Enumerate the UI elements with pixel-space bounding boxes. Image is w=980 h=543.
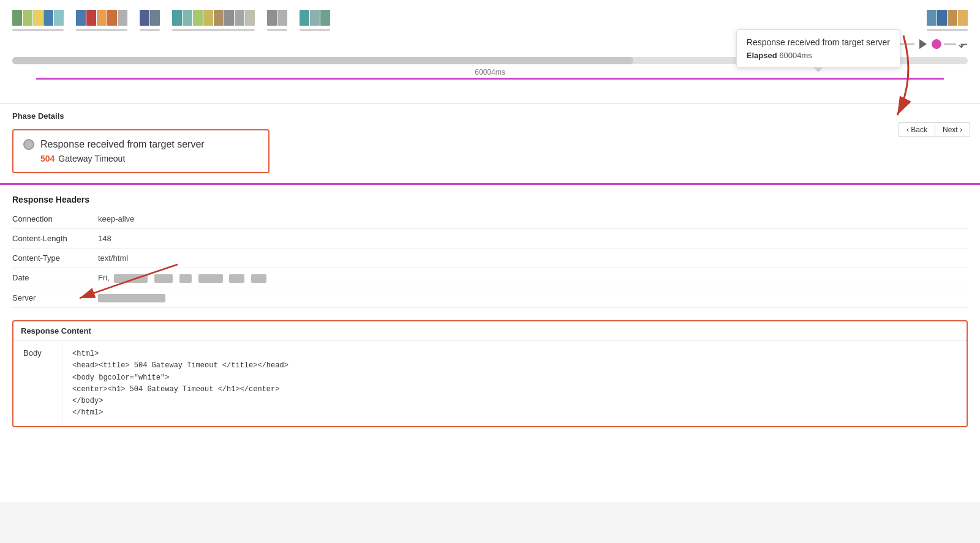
color-tile: [97, 10, 107, 26]
color-tile: [76, 10, 86, 26]
color-tile: [214, 10, 224, 26]
color-tile: [150, 10, 160, 26]
color-tile: [235, 10, 244, 26]
phase-box: Response received from target server 504…: [12, 129, 270, 173]
timeline-area: AX JS ⬐ Response received from target se…: [0, 0, 980, 104]
response-headers-title: Response Headers: [12, 195, 968, 204]
active-node-circle: [932, 39, 941, 49]
color-tile: [958, 10, 968, 26]
header-key: Content-Type: [12, 249, 98, 268]
color-tile: [193, 10, 203, 26]
header-key: Date: [12, 268, 98, 288]
color-tile: [107, 10, 117, 26]
response-content-body: Body <html> <head><title> 504 Gateway Ti…: [13, 341, 967, 426]
phase-details-heading: Phase Details: [12, 111, 968, 123]
color-bar: [76, 29, 127, 31]
play-icon: [919, 39, 927, 49]
color-tile: [23, 10, 32, 26]
color-tile: [140, 10, 149, 26]
redacted-block: [229, 274, 244, 283]
node-connector: [944, 43, 956, 45]
scrubber-fill: [12, 57, 633, 64]
time-label: 60004ms: [12, 67, 968, 78]
color-tile: [927, 10, 937, 26]
tooltip-popup: Response received from target server Ela…: [736, 29, 900, 68]
header-value: Fri,: [98, 268, 968, 288]
color-group-3: [140, 10, 160, 31]
color-tile: [937, 10, 947, 26]
back-button[interactable]: ‹ Back: [899, 122, 935, 137]
header-value: keep-alive: [98, 209, 968, 229]
phase-status-icon: [23, 139, 34, 150]
color-bar: [267, 29, 287, 31]
next-button[interactable]: Next ›: [935, 122, 970, 137]
color-group-1: [12, 10, 64, 31]
header-key: Connection: [12, 209, 98, 229]
table-row: Content-Type text/html: [12, 249, 968, 268]
color-tile: [118, 10, 127, 26]
redacted-block: [198, 274, 223, 283]
color-tile: [948, 10, 957, 26]
color-tile: [183, 10, 192, 26]
tooltip-elapsed: Elapsed 60004ms: [747, 51, 890, 60]
color-tile: [86, 10, 96, 26]
color-tile: [54, 10, 64, 26]
header-value: [98, 288, 968, 308]
redacted-block: [98, 294, 165, 302]
color-group-4: [172, 10, 255, 31]
color-group-6: [300, 10, 330, 31]
status-code: 504: [40, 154, 55, 163]
color-tile: [267, 10, 277, 26]
response-code: <html> <head><title> 504 Gateway Timeout…: [62, 341, 298, 426]
color-tile: [224, 10, 234, 26]
color-group-2: [76, 10, 127, 31]
nav-buttons: ‹ Back Next ›: [899, 122, 970, 137]
color-bar: [300, 29, 330, 31]
pink-progress-bar: [36, 78, 944, 80]
redacted-block: [114, 274, 148, 283]
header-key: Content-Length: [12, 229, 98, 249]
export-icon[interactable]: ⬐: [959, 37, 968, 51]
elapsed-label: Elapsed: [747, 51, 777, 60]
elapsed-value: 60004ms: [779, 51, 812, 60]
response-content-title: Response Content: [13, 321, 967, 341]
table-row: Content-Length 148: [12, 229, 968, 249]
color-tile: [172, 10, 182, 26]
body-label: Body: [13, 341, 62, 426]
color-tile: [245, 10, 255, 26]
header-key: Server: [12, 288, 98, 308]
color-tile: [203, 10, 213, 26]
headers-section: Connection keep-alive Content-Length 148…: [12, 209, 968, 308]
phase-box-header: Response received from target server: [23, 139, 258, 150]
headers-table: Connection keep-alive Content-Length 148…: [12, 209, 968, 308]
header-value: text/html: [98, 249, 968, 268]
phase-title: Response received from target server: [40, 139, 205, 150]
color-tile: [43, 10, 53, 26]
color-tile: [310, 10, 320, 26]
purple-divider: [0, 183, 980, 185]
redacted-block: [179, 274, 192, 283]
color-group-5: [267, 10, 287, 31]
color-tile: [12, 10, 22, 26]
table-row: Server: [12, 288, 968, 308]
color-tile: [277, 10, 287, 26]
phase-status-row: 504 Gateway Timeout: [23, 154, 258, 163]
table-row: Connection keep-alive: [12, 209, 968, 229]
tooltip-title: Response received from target server: [747, 37, 890, 47]
tooltip-arrow: [813, 67, 823, 72]
color-bar: [12, 29, 64, 31]
header-value: 148: [98, 229, 968, 249]
color-bar: [172, 29, 255, 31]
color-tile: [300, 10, 309, 26]
redacted-block: [154, 274, 173, 283]
response-content-box: Response Content Body <html> <head><titl…: [12, 320, 968, 427]
redacted-block: [251, 274, 266, 283]
color-group-7: [927, 10, 968, 31]
main-content: Phase Details Response received from tar…: [0, 104, 980, 502]
status-text: Gateway Timeout: [58, 154, 125, 163]
color-bar: [927, 29, 968, 31]
color-tile: [320, 10, 330, 26]
color-bar: [140, 29, 160, 31]
color-tile: [33, 10, 43, 26]
table-row: Date Fri,: [12, 268, 968, 288]
